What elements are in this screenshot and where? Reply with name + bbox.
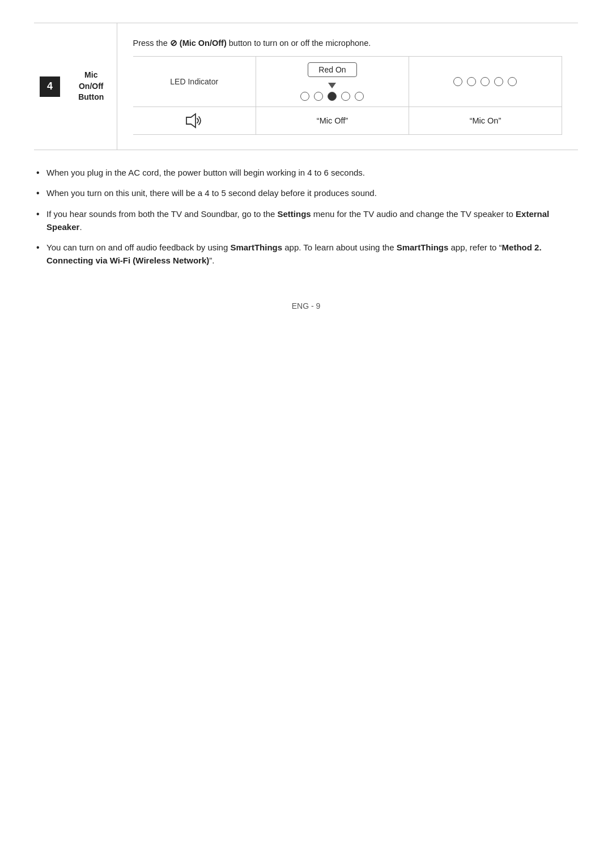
page-number: ENG - 9 [292,301,321,310]
dot-3-filled [328,92,337,101]
speaker-icon-cell [133,107,256,135]
led-mic-off-col: Red On [256,57,409,107]
led-indicator-label: LED Indicator [170,77,218,86]
bullet-item-4: You can turn on and off audio feedback b… [34,241,578,267]
bold-settings: Settings [278,209,311,219]
red-on-container: Red On [264,62,401,101]
mic-on-label: “Mic On” [470,116,502,125]
step-number-cell: 4 [34,23,66,150]
led-mic-on-col [409,57,562,107]
button-name-label: (Mic On/Off) [180,39,227,48]
led-dots-mic-on [417,77,554,86]
dot-on-2 [467,77,476,86]
led-indicator-label-cell: LED Indicator [133,57,256,107]
mic-icon-inline: ⊘ [170,38,177,48]
bold-method2: Method 2. Connecting via Wi-Fi (Wireless… [46,242,542,265]
arrow-down-icon [328,83,336,88]
main-table: 4 Mic On/Off Button Press the ⊘ (Mic On/… [34,23,578,150]
description-top: Press the ⊘ (Mic On/Off) button to turn … [133,38,563,48]
mic-on-label-cell: “Mic On” [409,107,562,135]
bold-smartthings-2: SmartThings [397,242,449,252]
dot-2 [314,92,323,101]
bullet-item-2: When you turn on this unit, there will b… [34,186,578,199]
step-number: 4 [47,80,53,92]
bold-smartthings-1: SmartThings [230,242,282,252]
bullet-1-text: When you plug in the AC cord, the power … [46,168,365,177]
led-indicator-table: LED Indicator Red On [133,56,563,135]
step-label-line2: On/Off [79,82,104,91]
dot-1 [300,92,309,101]
mic-off-label: “Mic Off” [317,116,348,125]
description-inner: Press the ⊘ (Mic On/Off) button to turn … [123,30,573,143]
bullet-list: When you plug in the AC cord, the power … [34,166,578,267]
mic-off-label-cell: “Mic Off” [256,107,409,135]
dot-on-4 [494,77,503,86]
step-label-cell: Mic On/Off Button [66,23,117,150]
page-footer: ENG - 9 [34,301,578,310]
bullet-item-3: If you hear sounds from both the TV and … [34,207,578,234]
step-label-line3: Button [78,92,104,101]
svg-marker-0 [186,114,196,127]
description-cell: Press the ⊘ (Mic On/Off) button to turn … [117,23,578,150]
page-content: 4 Mic On/Off Button Press the ⊘ (Mic On/… [34,23,578,310]
bullet-item-1: When you plug in the AC cord, the power … [34,166,578,179]
dot-on-1 [453,77,462,86]
dot-5 [355,92,364,101]
bullet-2-text: When you turn on this unit, there will b… [46,188,377,198]
step-number-box: 4 [40,76,60,97]
step-label-line1: Mic [84,70,97,79]
desc-suffix: button to turn on or off the microphone. [227,39,371,48]
speaker-icon [184,113,205,129]
dot-on-5 [508,77,517,86]
desc-prefix: Press the [133,39,170,48]
bullet-3-text: If you hear sounds from both the TV and … [46,209,549,232]
bullet-4-text: You can turn on and off audio feedback b… [46,242,542,265]
red-on-box: Red On [308,62,356,77]
dot-4 [341,92,350,101]
led-dots-mic-off [300,92,364,101]
dot-on-3 [481,77,490,86]
